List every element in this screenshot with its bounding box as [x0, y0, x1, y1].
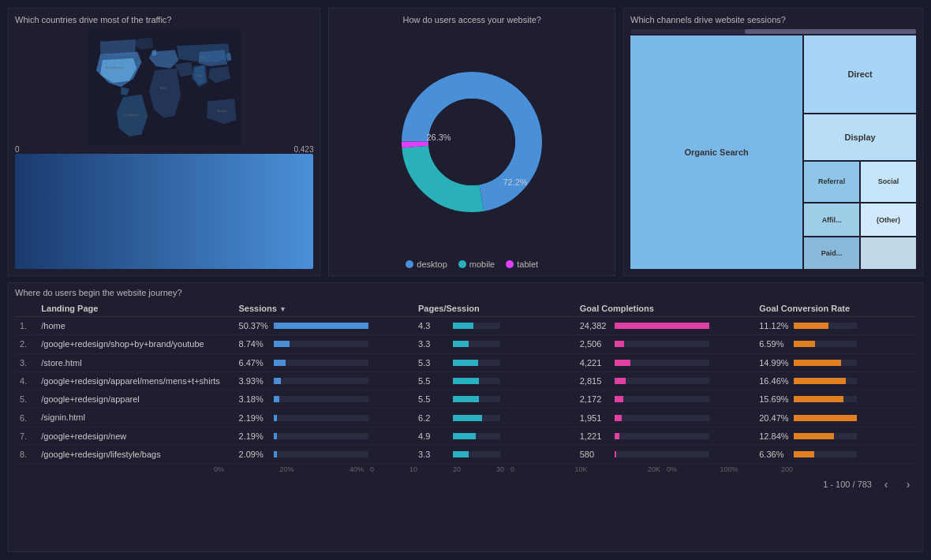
row-sessions: 8.74%: [234, 335, 413, 353]
row-goals: 2,506: [575, 335, 754, 353]
row-sessions: 6.47%: [234, 353, 413, 371]
table-row: 1. /home 50.37% 4.3: [15, 317, 916, 335]
row-gcr: 16.46%: [754, 371, 916, 390]
landing-page-table: Landing Page Sessions ▼ Pages/Session Go…: [15, 301, 916, 464]
row-page: /google+redesign/shop+by+brand/youtube: [36, 335, 234, 353]
col-header-page: Landing Page: [36, 301, 234, 317]
row-pps: 3.3: [413, 446, 575, 464]
gcr-bar-fill: [794, 433, 834, 439]
goals-bar-bg: [615, 396, 709, 402]
donut-title: How do users access your website?: [402, 15, 540, 24]
desktop-dot: [406, 260, 413, 268]
pagination: 1 - 100 / 783 ‹ ›: [15, 473, 916, 492]
sessions-bar-fill: [274, 396, 279, 402]
sessions-bar-bg: [274, 323, 368, 329]
row-page: /google+redesign/lifestyle/bags: [36, 446, 234, 464]
table-row: 4. /google+redesign/apparel/mens/mens+t+…: [15, 371, 916, 390]
svg-text:North America: North America: [106, 66, 125, 69]
gcr-bar-fill: [794, 396, 843, 402]
row-gcr: 6.59%: [754, 335, 916, 353]
gcr-bar-bg: [794, 451, 857, 457]
legend-desktop: desktop: [406, 259, 447, 269]
mobile-dot: [458, 260, 466, 268]
goals-bar-bg: [615, 451, 709, 457]
map-scale-min: 0: [15, 145, 20, 154]
treemap-social: Social: [861, 162, 916, 203]
row-num: 1.: [15, 317, 36, 335]
row-gcr: 15.69%: [754, 390, 916, 409]
goals-bar-bg: [615, 341, 709, 347]
row-sessions: 2.19%: [234, 427, 413, 445]
treemap-right: Direct Display Referral Social: [804, 35, 916, 269]
next-page-button[interactable]: ›: [900, 476, 916, 492]
pps-bar-fill: [453, 415, 482, 421]
gcr-bar-bg: [794, 396, 857, 402]
pps-axis: 0 10 20 30: [370, 465, 510, 473]
row-num: 3.: [15, 353, 36, 371]
sessions-bar-bg: [274, 396, 368, 402]
treemap-paid: Paid...: [804, 237, 859, 269]
pps-bar-fill: [453, 433, 476, 439]
axis-labels-row: 0% 20% 40% 0 10 20 30 0 10K 20K 0% 100% …: [15, 465, 916, 473]
top-charts-row: Which countries drive most of the traffi…: [8, 8, 923, 276]
treemap-empty: [861, 237, 916, 269]
treemap-wrapper: Organic Search Direct Display Referral: [630, 29, 916, 269]
svg-text:Africa: Africa: [160, 87, 166, 90]
treemap-display: Display: [804, 114, 916, 160]
row-goals: 4,221: [575, 353, 754, 371]
gcr-bar-bg: [794, 341, 857, 347]
row-pps: 4.9: [413, 427, 575, 445]
col-header-gcr: Goal Conversion Rate: [754, 301, 916, 317]
row-sessions: 2.09%: [234, 446, 413, 464]
svg-text:72.2%: 72.2%: [503, 177, 528, 187]
gcr-bar-bg: [794, 433, 857, 439]
row-pps: 5.5: [413, 390, 575, 409]
gcr-bar-bg: [794, 415, 857, 421]
sessions-bar-bg: [274, 360, 368, 366]
row-gcr: 14.99%: [754, 353, 916, 371]
map-scale-max: 0.423: [294, 145, 313, 154]
row-page: /signin.html: [36, 409, 234, 427]
pps-bar-fill: [453, 360, 478, 366]
sessions-bar-fill: [274, 378, 282, 384]
gcr-bar-bg: [794, 378, 857, 384]
col-header-sessions[interactable]: Sessions ▼: [234, 301, 413, 317]
treemap-organic: Organic Search: [630, 35, 802, 269]
row-num: 6.: [15, 409, 36, 427]
row-page: /google+redesign/apparel: [36, 390, 234, 409]
row-gcr: 20.47%: [754, 409, 916, 427]
table-row: 2. /google+redesign/shop+by+brand/youtub…: [15, 335, 916, 353]
row-goals: 1,951: [575, 409, 754, 427]
donut-panel: How do users access your website?: [328, 8, 615, 276]
row-pps: 5.3: [413, 353, 575, 371]
axis-spacer: [39, 465, 214, 473]
row-sessions: 3.18%: [234, 390, 413, 409]
table-row: 8. /google+redesign/lifestyle/bags 2.09%…: [15, 446, 916, 464]
map-container: North America South America Africa China…: [15, 29, 313, 145]
gcr-bar-bg: [794, 360, 857, 366]
row-num: 4.: [15, 371, 36, 390]
donut-legend: desktop mobile tablet: [406, 259, 538, 269]
row-gcr: 12.84%: [754, 427, 916, 445]
pps-bar-bg: [453, 360, 500, 366]
map-scale-labels: 0 0.423: [15, 145, 313, 154]
row-page: /google+redesign/apparel/mens/mens+t+shi…: [36, 371, 234, 390]
goals-bar-bg: [615, 378, 709, 384]
svg-point-11: [428, 99, 515, 185]
goals-bar-fill: [615, 396, 623, 402]
row-page: /google+redesign/new: [36, 427, 234, 445]
gcr-bar-fill: [794, 360, 841, 366]
goals-bar-bg: [615, 323, 709, 329]
bottom-table-panel: Where do users begin the website journey…: [8, 282, 923, 552]
goals-bar-bg: [615, 360, 709, 366]
prev-page-button[interactable]: ‹: [878, 476, 894, 492]
col-header-pps: Pages/Session: [413, 301, 575, 317]
gcr-bar-bg: [794, 323, 857, 329]
goals-bar-fill: [615, 433, 619, 439]
treemap-referral: Referral: [804, 162, 859, 203]
legend-mobile: mobile: [458, 259, 495, 269]
treemap-other: (Other): [861, 203, 916, 235]
table-row: 7. /google+redesign/new 2.19% 4.9: [15, 427, 916, 445]
pps-bar-bg: [453, 451, 500, 457]
sessions-bar-bg: [274, 433, 368, 439]
